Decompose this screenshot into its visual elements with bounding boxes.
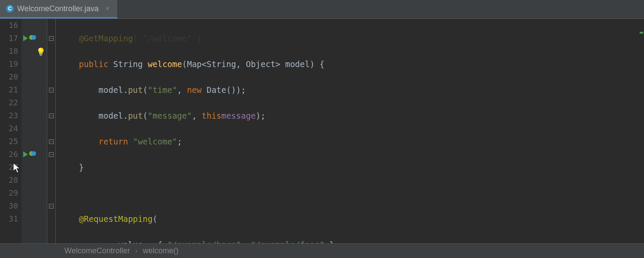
- type: String: [113, 59, 148, 69]
- error-stripe[interactable]: [639, 19, 644, 243]
- code-text: },: [325, 240, 339, 243]
- line-number[interactable]: 21: [0, 83, 18, 96]
- line-number[interactable]: 19: [0, 58, 18, 71]
- spring-bean-icon[interactable]: [29, 32, 36, 45]
- tab-title: WelcomeController.java: [17, 4, 99, 13]
- line-number[interactable]: 17: [0, 32, 18, 45]
- code-text: (: [143, 85, 147, 95]
- code-text: model.: [99, 85, 128, 95]
- code-text: ( "/welcome" ): [133, 34, 202, 43]
- code-text: ,: [177, 85, 187, 95]
- line-number[interactable]: 22: [0, 96, 18, 109]
- line-number[interactable]: 29: [0, 187, 18, 200]
- field-ref: message: [222, 111, 256, 120]
- fold-toggle-icon[interactable]: –: [49, 36, 54, 41]
- line-number[interactable]: 26: [0, 148, 18, 161]
- chevron-right-icon: ›: [135, 246, 138, 255]
- intention-bulb-icon[interactable]: 💡: [36, 46, 46, 58]
- method-call: put: [128, 111, 143, 120]
- tab-bar: C WelcomeController.java ×: [0, 0, 644, 19]
- string-literal: "/example/bars": [167, 240, 241, 243]
- breadcrumb-method[interactable]: welcome(): [143, 246, 179, 255]
- line-number-gutter[interactable]: 16 17 18 19 20 21 22 23 24 25 26 27 28 2…: [0, 19, 21, 243]
- keyword: new: [187, 85, 207, 95]
- code-area[interactable]: @GetMapping( "/welcome" ) public String …: [56, 19, 644, 243]
- run-icon[interactable]: [23, 151, 28, 157]
- code-text: );: [256, 111, 266, 120]
- line-number[interactable]: 24: [0, 122, 18, 135]
- string-literal: "message": [148, 111, 192, 120]
- string-literal: "time": [148, 85, 177, 95]
- fold-toggle-icon[interactable]: –: [49, 139, 54, 144]
- line-number[interactable]: 16: [0, 19, 18, 32]
- string-literal: "welcome": [133, 137, 177, 146]
- line-number[interactable]: 25: [0, 135, 18, 148]
- editor: 16 17 18 19 20 21 22 23 24 25 26 27 28 2…: [0, 19, 644, 243]
- fold-toggle-icon[interactable]: –: [49, 88, 54, 92]
- code-text: Date());: [207, 85, 246, 95]
- fold-gutter: – – – – – –: [47, 19, 56, 243]
- method-name: welcome: [148, 59, 182, 69]
- marker-ok-icon[interactable]: [640, 32, 643, 34]
- fold-toggle-icon[interactable]: –: [49, 152, 54, 157]
- line-number[interactable]: 23: [0, 109, 18, 122]
- method-call: put: [128, 85, 143, 95]
- line-number[interactable]: 28: [0, 174, 18, 187]
- keyword: public: [79, 59, 113, 69]
- line-number[interactable]: 20: [0, 71, 18, 83]
- string-literal: "/example/: [251, 240, 300, 243]
- icon-gutter: 💡: [21, 19, 47, 243]
- code-text: (: [152, 214, 157, 224]
- fold-toggle-icon[interactable]: –: [49, 114, 54, 118]
- code-text: model.: [99, 111, 128, 120]
- code-text: (: [143, 111, 147, 120]
- code-text: ;: [177, 137, 182, 146]
- annotation: @RequestMapping: [79, 214, 153, 224]
- string-typo: foos: [300, 240, 320, 243]
- close-tab-icon[interactable]: ×: [104, 5, 111, 12]
- svg-point-3: [31, 151, 36, 156]
- code-text: }: [79, 163, 84, 172]
- class-file-icon: C: [6, 5, 14, 12]
- line-number[interactable]: 18: [0, 45, 18, 58]
- code-text: ,: [241, 240, 251, 243]
- code-text: (Map<String, Object> model) {: [182, 59, 325, 69]
- line-number[interactable]: 30: [0, 200, 18, 212]
- svg-point-1: [31, 35, 36, 40]
- string-literal: ": [319, 240, 324, 243]
- fold-toggle-icon[interactable]: –: [49, 204, 54, 209]
- keyword: return: [99, 137, 133, 146]
- code-text: ,: [192, 111, 202, 120]
- spring-bean-icon[interactable]: [29, 148, 36, 161]
- editor-tab-active[interactable]: C WelcomeController.java ×: [0, 0, 117, 18]
- line-number[interactable]: 27: [0, 161, 18, 174]
- breadcrumb-class[interactable]: WelcomeController: [64, 246, 130, 255]
- annotation: @GetMapping: [79, 34, 133, 43]
- breadcrumb-bar: WelcomeController › welcome(): [0, 243, 644, 258]
- line-number[interactable]: 31: [0, 212, 18, 225]
- keyword: this: [202, 111, 222, 120]
- code-text: value = {: [118, 240, 167, 243]
- run-icon[interactable]: [23, 35, 28, 41]
